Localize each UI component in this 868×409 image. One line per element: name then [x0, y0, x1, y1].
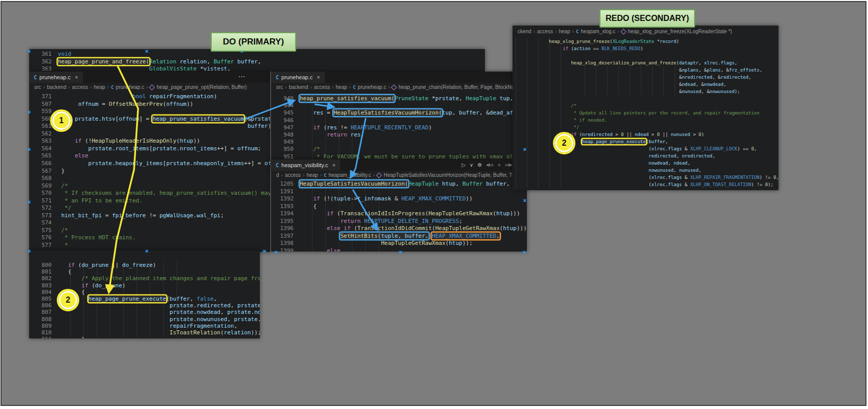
line-number: 572: [29, 204, 58, 212]
tab-pruneheap.c[interactable]: Cpruneheap.c×: [271, 72, 325, 83]
tab-heapam_visibility.c[interactable]: Cheapam_visibility.c×: [271, 160, 340, 171]
code-line: 577 *: [29, 242, 270, 249]
line-number: 371: [29, 93, 58, 101]
close-icon[interactable]: ×: [317, 74, 320, 80]
c-file-icon: C: [324, 173, 326, 178]
breadcrumb-item[interactable]: access: [314, 84, 330, 90]
selection-handle[interactable]: ×: [275, 249, 278, 255]
code-text: nowunused, nunused,: [516, 168, 701, 173]
code-line: &ndead, &nowdead,: [513, 81, 778, 88]
run-or-debug-icon[interactable]: ▷: [461, 160, 465, 171]
line-number: 565: [29, 152, 58, 160]
code-line: 945 res = HeapTupleSatisfiesVacuumHorizo…: [271, 109, 526, 117]
code-line: (xlrec.flags & XLHP_ON_TOAST_RELATION) !…: [513, 181, 778, 188]
chevron-down-icon[interactable]: ∨: [470, 160, 473, 171]
code-text: bool repairFragmentation): [58, 93, 217, 100]
code-text: if (TransactionIdIsInProgress(HeapTupleG…: [300, 210, 520, 217]
selection-handle[interactable]: ×: [145, 48, 148, 54]
line-number: 1398: [271, 240, 300, 247]
breadcrumb-item[interactable]: access: [537, 29, 553, 34]
code-line: 567 }: [29, 168, 270, 175]
selection-handle[interactable]: ×: [28, 199, 31, 205]
selection-handle[interactable]: ×: [145, 248, 148, 254]
selection-handle[interactable]: ×: [523, 197, 526, 203]
settings-gear-icon[interactable]: ⚙: [477, 160, 482, 171]
breadcrumb-item[interactable]: pruneheap.c: [358, 84, 386, 90]
breadcrumb-separator: ›: [90, 84, 92, 90]
breadcrumb-item[interactable]: HeapTupleSatisfiesVacuumHorizon(HeapTupl…: [384, 172, 522, 178]
tab-label: heapam_visibility.c: [281, 162, 328, 168]
code-line: 810 IsToastRelation(relation));: [29, 329, 260, 336]
breadcrumb-item[interactable]: backend: [289, 84, 308, 90]
line-number: 577: [29, 242, 58, 249]
selection-handle[interactable]: ×: [523, 249, 526, 255]
breadcrumb-item[interactable]: heapam_visibility.c: [328, 172, 371, 178]
code-line: heap_page_prune_execute(buffer,: [513, 138, 778, 145]
breadcrumb-item[interactable]: access: [285, 172, 301, 178]
close-icon[interactable]: ×: [332, 162, 336, 168]
breadcrumb-item[interactable]: heap_page_prune_opt(Relation, Buffer): [157, 84, 247, 90]
breadcrumb-item[interactable]: src: [34, 84, 41, 90]
code-line: 1397 SetHintBits(tuple, buffer, HEAP_XMA…: [271, 233, 527, 240]
code-line: 802 /* Apply the planned item changes an…: [29, 275, 260, 282]
next-change-icon[interactable]: ○⊳: [505, 160, 512, 171]
tab-pruneheap.c[interactable]: Cpruneheap.c×: [29, 72, 83, 83]
line-number: 567: [29, 168, 58, 175]
code-line: 803 if (do_prune): [29, 282, 260, 289]
close-icon[interactable]: ×: [75, 74, 78, 80]
code-line: 947 if (res != HEAPTUPLE_RECENTLY_DEAD): [271, 124, 526, 131]
breadcrumb-item[interactable]: src: [276, 84, 283, 90]
step-marker-2: 2: [555, 134, 573, 152]
code-line: 574: [29, 219, 270, 227]
breadcrumb-separator: ›: [285, 84, 286, 90]
line-number: 949: [271, 139, 300, 146]
highlight-box-yellow: heap_page_prune_and_freeze(: [58, 58, 149, 65]
more-actions-icon[interactable]: ⋯: [238, 72, 246, 83]
selection-handle[interactable]: ×: [28, 248, 31, 254]
code-line: 809 repairFragmentation,: [29, 323, 260, 329]
code-line: [513, 95, 778, 102]
selection-handle[interactable]: ×: [28, 109, 31, 115]
code-text: else: [58, 152, 88, 159]
line-number: 570: [29, 190, 58, 197]
breadcrumb-item[interactable]: heap: [336, 84, 347, 90]
breadcrumb-separator: ›: [388, 84, 390, 90]
tab-label: pruneheap.c: [281, 74, 313, 80]
breadcrumb-item[interactable]: d: [276, 172, 279, 178]
breadcrumb-item[interactable]: ckend: [518, 29, 531, 34]
code-text: &nredirected, &redirected,: [516, 75, 751, 80]
breadcrumb-item[interactable]: heap: [559, 29, 570, 34]
breadcrumb-item[interactable]: pruneheap.c: [116, 84, 144, 90]
breadcrumb: ckend›access›heap›Cheapam_xlog.c›heap_xl…: [513, 27, 778, 36]
selection-handle[interactable]: ×: [523, 146, 526, 152]
line-number: 805: [29, 296, 58, 302]
breadcrumb-separator: ›: [533, 29, 535, 34]
breadcrumb-item[interactable]: heapam_xlog.c: [581, 29, 616, 34]
line-number: 1392: [271, 195, 300, 203]
selection-handle[interactable]: ×: [263, 248, 266, 254]
code-line: 801 {: [29, 268, 260, 275]
breadcrumb-item[interactable]: heap: [306, 172, 318, 178]
code-text: {: [300, 203, 317, 210]
breadcrumb-item[interactable]: backend: [47, 84, 66, 90]
breadcrumb-item[interactable]: access: [72, 84, 88, 90]
highlight-box-blue: heap_prune_satisfies_vacuum(: [300, 95, 394, 102]
code-text: {: [58, 268, 72, 275]
code-line: 507 offnum = OffsetNumberPrev(offnum)): [29, 101, 270, 108]
code-text: buffer);: [58, 123, 270, 129]
current-change-icon[interactable]: ○: [498, 160, 501, 171]
code-text: prstate.nowdead, prstate.ndead,: [58, 309, 260, 315]
line-number: 803: [29, 282, 58, 289]
previous-change-icon[interactable]: ⊲○: [486, 160, 493, 171]
breadcrumb: src›backend›access›heap›Cpruneheap.c›hea…: [271, 83, 526, 92]
selection-handle[interactable]: ×: [399, 249, 402, 255]
breadcrumb-item[interactable]: heap_prune_chain(Relation, Buffer, Page,…: [398, 84, 524, 90]
code-line: 568: [29, 175, 270, 183]
selection-handle[interactable]: ×: [28, 146, 31, 152]
code-line: 808 prstate.nowunused, prstate.nunuse: [29, 316, 260, 323]
breadcrumb-item[interactable]: heap_xlog_prune_freeze(XLogReaderState *…: [628, 29, 732, 34]
line-number: 810: [29, 329, 58, 336]
selection-handle[interactable]: ×: [28, 48, 31, 54]
breadcrumb: src›backend›access›heap›Cpruneheap.c›hea…: [29, 83, 270, 92]
breadcrumb-item[interactable]: heap: [94, 84, 105, 90]
